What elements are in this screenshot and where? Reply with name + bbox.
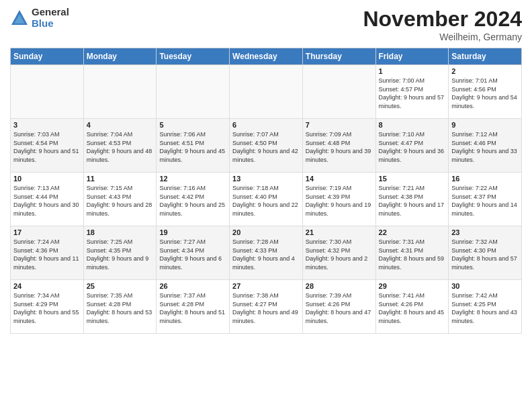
day-number: 21 (306, 228, 373, 236)
col-wednesday: Wednesday (230, 48, 303, 65)
day-number: 11 (87, 175, 154, 183)
calendar-cell: 2Sunrise: 7:01 AM Sunset: 4:56 PM Daylig… (449, 65, 522, 119)
calendar-week-5: 24Sunrise: 7:34 AM Sunset: 4:29 PM Dayli… (11, 280, 522, 334)
day-number: 3 (13, 121, 81, 129)
day-number: 5 (159, 121, 226, 129)
day-info: Sunrise: 7:06 AM Sunset: 4:51 PM Dayligh… (159, 130, 226, 164)
day-number: 24 (13, 282, 81, 290)
calendar-cell (83, 65, 157, 119)
day-info: Sunrise: 7:04 AM Sunset: 4:53 PM Dayligh… (87, 130, 154, 164)
day-number: 2 (451, 67, 519, 75)
day-info: Sunrise: 7:15 AM Sunset: 4:43 PM Dayligh… (87, 184, 154, 218)
day-info: Sunrise: 7:27 AM Sunset: 4:34 PM Dayligh… (159, 238, 226, 271)
col-thursday: Thursday (302, 48, 375, 65)
day-number: 26 (159, 282, 226, 290)
calendar-week-3: 10Sunrise: 7:13 AM Sunset: 4:44 PM Dayli… (11, 173, 522, 226)
day-info: Sunrise: 7:34 AM Sunset: 4:29 PM Dayligh… (13, 291, 81, 325)
logo-icon (10, 9, 29, 28)
day-info: Sunrise: 7:07 AM Sunset: 4:50 PM Dayligh… (232, 130, 300, 164)
calendar-cell: 27Sunrise: 7:38 AM Sunset: 4:27 PM Dayli… (230, 280, 303, 334)
day-info: Sunrise: 7:31 AM Sunset: 4:31 PM Dayligh… (379, 238, 446, 271)
calendar-week-1: 1Sunrise: 7:00 AM Sunset: 4:57 PM Daylig… (11, 65, 522, 119)
location: Weilheim, Germany (363, 32, 522, 42)
day-info: Sunrise: 7:10 AM Sunset: 4:47 PM Dayligh… (379, 130, 446, 164)
day-number: 19 (159, 228, 226, 236)
day-number: 23 (451, 228, 519, 236)
calendar-cell: 9Sunrise: 7:12 AM Sunset: 4:46 PM Daylig… (449, 119, 522, 173)
day-info: Sunrise: 7:25 AM Sunset: 4:35 PM Dayligh… (87, 238, 154, 271)
calendar-cell: 26Sunrise: 7:37 AM Sunset: 4:28 PM Dayli… (157, 280, 230, 334)
calendar-cell: 8Sunrise: 7:10 AM Sunset: 4:47 PM Daylig… (375, 119, 449, 173)
day-number: 22 (379, 228, 446, 236)
calendar-cell: 1Sunrise: 7:00 AM Sunset: 4:57 PM Daylig… (375, 65, 449, 119)
day-number: 30 (451, 282, 519, 290)
calendar-cell: 12Sunrise: 7:16 AM Sunset: 4:42 PM Dayli… (157, 173, 230, 226)
day-number: 6 (232, 121, 300, 129)
day-info: Sunrise: 7:32 AM Sunset: 4:30 PM Dayligh… (451, 238, 519, 271)
calendar-cell: 28Sunrise: 7:39 AM Sunset: 4:26 PM Dayli… (302, 280, 375, 334)
calendar-cell: 15Sunrise: 7:21 AM Sunset: 4:38 PM Dayli… (375, 173, 449, 226)
day-info: Sunrise: 7:37 AM Sunset: 4:28 PM Dayligh… (159, 291, 226, 325)
day-info: Sunrise: 7:16 AM Sunset: 4:42 PM Dayligh… (159, 184, 226, 218)
calendar-cell: 25Sunrise: 7:35 AM Sunset: 4:28 PM Dayli… (83, 280, 157, 334)
calendar-week-2: 3Sunrise: 7:03 AM Sunset: 4:54 PM Daylig… (11, 119, 522, 173)
calendar-cell: 22Sunrise: 7:31 AM Sunset: 4:31 PM Dayli… (375, 226, 449, 280)
day-number: 14 (306, 175, 373, 183)
calendar-cell: 3Sunrise: 7:03 AM Sunset: 4:54 PM Daylig… (11, 119, 84, 173)
day-number: 20 (232, 228, 300, 236)
calendar-cell: 19Sunrise: 7:27 AM Sunset: 4:34 PM Dayli… (157, 226, 230, 280)
calendar-cell: 21Sunrise: 7:30 AM Sunset: 4:32 PM Dayli… (302, 226, 375, 280)
day-info: Sunrise: 7:12 AM Sunset: 4:46 PM Dayligh… (451, 130, 519, 164)
calendar-cell: 17Sunrise: 7:24 AM Sunset: 4:36 PM Dayli… (11, 226, 84, 280)
day-number: 4 (87, 121, 154, 129)
day-number: 1 (379, 67, 446, 75)
day-number: 15 (379, 175, 446, 183)
day-number: 10 (13, 175, 81, 183)
day-number: 17 (13, 228, 81, 236)
day-info: Sunrise: 7:13 AM Sunset: 4:44 PM Dayligh… (13, 184, 81, 218)
calendar-cell: 5Sunrise: 7:06 AM Sunset: 4:51 PM Daylig… (157, 119, 230, 173)
logo: General Blue (10, 7, 69, 29)
day-info: Sunrise: 7:41 AM Sunset: 4:26 PM Dayligh… (379, 291, 446, 325)
day-info: Sunrise: 7:00 AM Sunset: 4:57 PM Dayligh… (379, 77, 446, 110)
calendar-cell: 23Sunrise: 7:32 AM Sunset: 4:30 PM Dayli… (449, 226, 522, 280)
day-number: 16 (451, 175, 519, 183)
calendar-cell: 10Sunrise: 7:13 AM Sunset: 4:44 PM Dayli… (11, 173, 84, 226)
day-info: Sunrise: 7:39 AM Sunset: 4:26 PM Dayligh… (306, 291, 373, 325)
calendar-cell: 4Sunrise: 7:04 AM Sunset: 4:53 PM Daylig… (83, 119, 157, 173)
day-number: 12 (159, 175, 226, 183)
day-info: Sunrise: 7:01 AM Sunset: 4:56 PM Dayligh… (451, 77, 519, 110)
calendar-cell (302, 65, 375, 119)
day-number: 25 (87, 282, 154, 290)
page-container: General Blue November 2024 Weilheim, Ger… (0, 0, 532, 340)
day-info: Sunrise: 7:09 AM Sunset: 4:48 PM Dayligh… (306, 130, 373, 164)
calendar-cell: 29Sunrise: 7:41 AM Sunset: 4:26 PM Dayli… (375, 280, 449, 334)
calendar-cell: 18Sunrise: 7:25 AM Sunset: 4:35 PM Dayli… (83, 226, 157, 280)
col-friday: Friday (375, 48, 449, 65)
day-info: Sunrise: 7:35 AM Sunset: 4:28 PM Dayligh… (87, 291, 154, 325)
calendar-cell: 6Sunrise: 7:07 AM Sunset: 4:50 PM Daylig… (230, 119, 303, 173)
header-row: Sunday Monday Tuesday Wednesday Thursday… (11, 48, 522, 65)
calendar-cell (157, 65, 230, 119)
day-number: 29 (379, 282, 446, 290)
day-number: 18 (87, 228, 154, 236)
day-number: 7 (306, 121, 373, 129)
title-block: November 2024 Weilheim, Germany (363, 7, 522, 42)
day-info: Sunrise: 7:03 AM Sunset: 4:54 PM Dayligh… (13, 130, 81, 164)
logo-text: General Blue (32, 7, 69, 29)
calendar-table: Sunday Monday Tuesday Wednesday Thursday… (10, 48, 522, 334)
day-number: 28 (306, 282, 373, 290)
day-number: 8 (379, 121, 446, 129)
calendar-cell: 7Sunrise: 7:09 AM Sunset: 4:48 PM Daylig… (302, 119, 375, 173)
page-header: General Blue November 2024 Weilheim, Ger… (10, 7, 522, 42)
calendar-cell: 16Sunrise: 7:22 AM Sunset: 4:37 PM Dayli… (449, 173, 522, 226)
calendar-cell: 20Sunrise: 7:28 AM Sunset: 4:33 PM Dayli… (230, 226, 303, 280)
day-number: 9 (451, 121, 519, 129)
col-saturday: Saturday (449, 48, 522, 65)
calendar-cell: 13Sunrise: 7:18 AM Sunset: 4:40 PM Dayli… (230, 173, 303, 226)
logo-blue-text: Blue (32, 18, 69, 30)
month-title: November 2024 (363, 7, 522, 32)
calendar-week-4: 17Sunrise: 7:24 AM Sunset: 4:36 PM Dayli… (11, 226, 522, 280)
calendar-cell: 24Sunrise: 7:34 AM Sunset: 4:29 PM Dayli… (11, 280, 84, 334)
day-info: Sunrise: 7:18 AM Sunset: 4:40 PM Dayligh… (232, 184, 300, 218)
